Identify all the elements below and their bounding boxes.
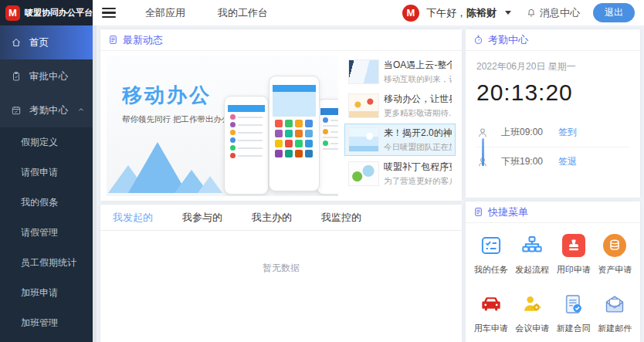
news-item[interactable]: 当OA遇上云-整个协同OA 移动互联的到来，让OA与云 [344,56,456,88]
sidebar-item-my-leave-notes[interactable]: 我的假条 [0,188,93,218]
timeline-connector [482,138,484,166]
news-subtitle: 为了营造更好的客户体验，唛 [384,176,452,187]
sidebar-item-overtime-management[interactable]: 加班管理 [0,308,93,338]
sidebar-item-holiday-definition[interactable]: 假期定义 [0,127,93,157]
empty-state-text: 暂无数据 [100,231,462,275]
quick-item-asset-request[interactable]: 资产申请 [595,234,636,276]
approval-icon [11,71,22,82]
clock-in-label: 上班09:00 [501,126,558,139]
news-title: 当OA遇上云-整个协同OA [384,59,452,72]
news-subtitle: 今日唛盟团队正在加班加点， [384,142,452,153]
quick-item-meeting-request[interactable]: 会议申请 [512,293,554,334]
quick-item-seal-request[interactable]: 用印申请 [553,234,595,276]
document-icon [108,35,118,45]
tab-monitored-by-me[interactable]: 我监控的 [321,205,361,230]
news-item[interactable]: 移动办公，让世界触手可 更多精彩敬请期待........ [344,90,456,122]
message-center-link[interactable]: 消息中心 [526,6,580,20]
quick-item-start-process[interactable]: 发起流程 [512,234,554,276]
vertical-scrollbar[interactable] [93,25,97,342]
quick-menu-title: 快捷菜单 [488,205,528,219]
app-title: 唛盟协同办公平台 [25,7,93,19]
person-icon [476,127,489,139]
document-icon [473,207,483,217]
quick-item-my-tasks[interactable]: 我的任务 [470,234,512,276]
phone-mockup [269,76,320,191]
tab-participated-by-me[interactable]: 我参与的 [182,205,222,230]
flow-icon [521,235,543,256]
logo-area: M 唛盟协同办公平台 [0,0,93,25]
sidebar-submenu: 假期定义 请假申请 我的假条 请假管理 员工假期统计 加班申请 加班管理 [0,127,93,342]
sidebar-item-label: 首页 [29,36,49,49]
home-icon [11,37,22,48]
stopwatch-icon [473,35,483,45]
caret-down-icon[interactable] [505,11,511,15]
main-content: 最新动态 移动办公 帮你领先同行 把工作带出办公室 [93,25,644,342]
tab-row: 我发起的 我参与的 我主办的 我监控的 [100,205,462,231]
quick-item-new-contract[interactable]: 新建合同 [553,293,595,334]
top-bar: M 唛盟协同办公平台 全部应用 我的工作台 M 下午好，陈裕财 消息中心 退出 [0,0,644,25]
sidebar-item-leave-request[interactable]: 请假申请 [0,157,93,188]
car-icon [480,293,502,315]
stamp-icon [566,238,581,253]
attendance-date: 2022年06月20日 星期一 [476,60,629,73]
sidebar-item-overtime-request[interactable]: 加班申请 [0,278,93,308]
news-thumbnail [348,161,379,186]
attendance-timeline: 上班09:00 签到 下班19:00 签退 [476,118,629,176]
workflow-tabs-card: 我发起的 我参与的 我主办的 我监控的 暂无数据 [100,205,462,342]
clock-out-row: 下班19:00 签退 [476,147,629,176]
contract-icon [563,293,585,315]
sidebar-item-home[interactable]: 首页 [0,25,93,59]
news-item[interactable]: 唛盟补丁包程序更新 为了营造更好的客户体验，唛 [344,157,456,190]
quick-item-new-mail[interactable]: 新建邮件 [595,293,636,334]
sidebar-item-attendance-center[interactable]: 考勤中心 [0,93,93,127]
hamburger-menu-icon[interactable] [102,8,116,19]
news-subtitle: 更多精彩敬请期待........ [384,108,452,119]
clock-out-label: 下班19:00 [501,155,558,168]
top-nav: 全部应用 我的工作台 [145,6,268,20]
sidebar-item-label: 考勤中心 [29,104,68,117]
quick-menu-header: 快捷菜单 [466,201,640,223]
nav-my-workbench[interactable]: 我的工作台 [218,6,268,20]
sidebar-item-employee-holiday-stats[interactable]: 员工假期统计 [0,248,93,278]
user-name: 陈裕财 [466,7,497,19]
sidebar-item-label: 审批中心 [29,70,68,83]
sidebar-item-leave-management[interactable]: 请假管理 [0,218,93,248]
quick-menu-card: 快捷菜单 我的任务 发起流程 [466,201,640,342]
latest-news-card: 最新动态 移动办公 帮你领先同行 把工作带出办公室 [100,29,462,201]
task-icon [480,235,502,256]
mail-icon [604,293,625,315]
logout-button[interactable]: 退出 [593,3,635,22]
mountain-graphic [198,176,222,193]
bell-icon [526,8,537,19]
asset-icon [607,238,622,253]
tab-hosted-by-me[interactable]: 我主办的 [252,205,292,230]
message-center-label: 消息中心 [540,6,580,20]
news-thumbnail [348,127,379,152]
quick-item-vehicle-request[interactable]: 用车申请 [470,293,512,334]
chevron-up-icon[interactable] [77,105,85,116]
news-title: 移动办公，让世界触手可 [384,93,452,106]
attendance-icon [11,105,22,116]
banner-subtitle: 帮你领先同行 把工作带出办公室 [122,114,238,125]
latest-news-title: 最新动态 [123,33,163,47]
phone-mockup [317,99,338,195]
latest-news-header: 最新动态 [100,29,462,51]
greeting-text: 下午好，陈裕财 [426,6,497,20]
sidebar-item-approval-center[interactable]: 审批中心 [0,59,93,93]
mobile-office-banner[interactable]: 移动办公 帮你领先同行 把工作带出办公室 [107,56,338,196]
banner-title: 移动办公 [122,82,212,109]
attendance-header: 考勤中心 [466,29,640,51]
news-thumbnail [348,93,379,118]
brand-logo: M [5,5,20,21]
news-list: 当OA遇上云-整个协同OA 移动互联的到来，让OA与云 移动办公，让世界触手可 … [344,56,456,196]
news-title: 唛盟补丁包程序更新 [384,161,452,174]
attendance-clock: 20:13:20 [476,80,629,106]
tab-initiated-by-me[interactable]: 我发起的 [113,205,153,230]
avatar[interactable]: M [402,5,419,22]
news-thumbnail [348,59,379,84]
clock-in-link[interactable]: 签到 [558,126,577,139]
news-item-highlighted[interactable]: 来！揭开2.0的神秘面纱- 今日唛盟团队正在加班加点， [344,124,456,156]
clock-out-link[interactable]: 签退 [558,155,577,168]
sidebar: 首页 审批中心 考勤中心 假期定义 请假申请 我的假条 请假管理 员工假期统计 [0,25,93,342]
nav-all-apps[interactable]: 全部应用 [145,6,185,20]
